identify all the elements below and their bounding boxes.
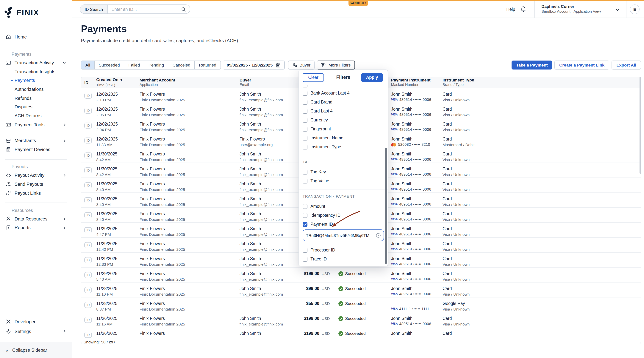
sidebar-item-authorizations[interactable]: Authorizations <box>0 85 72 94</box>
more-filters-button[interactable]: More Filters <box>317 61 355 70</box>
sidebar-item-disputes[interactable]: Disputes <box>0 103 72 111</box>
sidebar-item-refunds[interactable]: Refunds <box>0 94 72 103</box>
checkbox[interactable] <box>302 144 308 149</box>
checkbox[interactable] <box>302 213 308 218</box>
row-id-badge[interactable]: ID <box>84 317 92 323</box>
checkbox[interactable] <box>302 135 308 140</box>
filter-checkbox-payment-id[interactable]: Payment ID <box>299 220 388 229</box>
help-link[interactable]: Help <box>506 7 515 12</box>
buyer-filter-button[interactable]: Buyer <box>288 61 314 70</box>
filter-checkbox-item[interactable]: Processor ID <box>299 246 388 255</box>
sidebar-item-payments[interactable]: Payments <box>0 76 72 85</box>
apply-filters-button[interactable]: Apply <box>361 73 383 82</box>
take-a-payment-button[interactable]: Take a Payment <box>512 61 552 70</box>
panel-scrollbar-thumb[interactable] <box>385 148 387 264</box>
sidebar-item-merchants[interactable]: Merchants <box>0 136 72 145</box>
row-id-badge[interactable]: ID <box>84 93 92 99</box>
column-header-payment-instrument[interactable]: Payment Instrument Masked Number <box>389 78 440 87</box>
column-header-instrument-type[interactable]: Instrument Type Brand / Type <box>440 78 641 87</box>
table-row[interactable]: ID 11/29/2025 5:40 AM Finix Flowers Fini… <box>81 268 641 282</box>
row-id-badge[interactable]: ID <box>84 227 92 233</box>
id-search-type-selector[interactable]: ID Search <box>80 5 108 14</box>
table-row[interactable]: ID 11/28/2025 11:10 PM Finix Flowers Fin… <box>81 282 641 297</box>
create-payment-link-button[interactable]: Create a Payment Link <box>554 61 609 70</box>
table-row[interactable]: ID 11/28/2025 8:37 PM Finix Flowers Fini… <box>81 297 641 312</box>
filter-checkbox-item[interactable]: Currency <box>299 115 388 124</box>
checkbox[interactable] <box>302 126 308 131</box>
checkbox[interactable] <box>302 248 308 252</box>
row-id-badge[interactable]: ID <box>84 197 92 203</box>
payment-id-input[interactable]: TRn3NQ4MmL8Tnv5KY6MBq6TM <box>302 230 384 241</box>
sidebar-item-payment-devices[interactable]: Payment Devices <box>0 145 72 154</box>
row-id-badge[interactable]: ID <box>84 152 92 158</box>
finix-logo[interactable]: FINIX <box>4 6 72 20</box>
id-search-input[interactable]: Enter an ID... <box>108 7 181 12</box>
collapse-sidebar-button[interactable]: « Collapse Sidebar <box>0 342 72 358</box>
row-id-badge[interactable]: ID <box>84 257 92 263</box>
filter-checkbox-item[interactable]: Fingerprint <box>299 124 388 133</box>
filter-checkbox-item[interactable]: Tag Key <box>299 167 388 176</box>
checkbox[interactable] <box>302 178 308 183</box>
row-id-badge[interactable]: ID <box>84 242 92 248</box>
state-filter-tab[interactable]: Succeeded <box>94 61 124 69</box>
sidebar-item-data-resources[interactable]: Data Resources <box>0 215 72 223</box>
filter-checkbox-item[interactable]: Tag Value <box>299 176 388 185</box>
row-type: Card <box>442 271 641 276</box>
column-header-buyer[interactable]: Buyer Email <box>240 78 305 87</box>
column-header-created-on[interactable]: Created On▼ Time (PST) <box>96 77 140 87</box>
state-filter-tab[interactable]: Pending <box>144 61 168 69</box>
filter-checkbox-item[interactable]: Bank Account Last 4 <box>299 89 388 98</box>
state-filter-tab[interactable]: Canceled <box>168 61 195 69</box>
sidebar-item-payout-activity[interactable]: Payout Activity <box>0 171 72 180</box>
filter-checkbox-item[interactable]: Instrument Type <box>299 142 388 151</box>
table-scrollbar[interactable] <box>640 77 642 174</box>
sidebar-item-settings[interactable]: Settings <box>0 327 72 335</box>
checkbox[interactable] <box>302 100 308 104</box>
notifications-bell-icon[interactable] <box>520 6 526 12</box>
sidebar-item-ach-returns[interactable]: ACH Returns <box>0 111 72 120</box>
checkbox[interactable] <box>302 257 308 261</box>
state-filter-tab[interactable]: Failed <box>124 61 144 69</box>
table-row[interactable]: ID 11/26/2025 11:16 AM Finix Flowers Fin… <box>81 312 641 327</box>
row-id-badge[interactable]: ID <box>84 212 92 218</box>
payment-id-checkbox[interactable] <box>302 222 308 227</box>
state-filter-tab[interactable]: All <box>81 61 94 69</box>
sidebar-item-developer[interactable]: Developer <box>0 317 72 326</box>
column-header-id[interactable]: ID <box>81 80 96 85</box>
checkbox[interactable] <box>302 109 308 113</box>
row-id-badge[interactable]: ID <box>84 332 92 338</box>
sidebar-item-payment-tools[interactable]: $ Payment Tools <box>0 120 72 129</box>
filter-checkbox-item[interactable]: Card Brand <box>299 98 388 106</box>
row-id-badge[interactable]: ID <box>84 123 92 128</box>
sidebar-item-transaction-insights[interactable]: Transaction Insights <box>0 67 72 76</box>
sidebar-item-reports[interactable]: Reports <box>0 223 72 232</box>
clear-filters-button[interactable]: Clear <box>302 73 324 82</box>
checkbox[interactable] <box>302 117 308 122</box>
sidebar-item-send-payouts[interactable]: $ Send Payouts <box>0 180 72 189</box>
filter-checkbox-item[interactable]: Amount <box>299 202 388 211</box>
row-id-badge[interactable]: ID <box>84 167 92 173</box>
sidebar-item-transaction-activity[interactable]: Transaction Activity <box>0 58 72 67</box>
sidebar-item-home[interactable]: Home <box>0 33 72 41</box>
column-header-merchant-account[interactable]: Merchant Account Application <box>140 78 240 87</box>
state-filter-tab[interactable]: Returned <box>195 61 220 69</box>
row-id-badge[interactable]: ID <box>84 182 92 188</box>
checkbox[interactable] <box>302 91 308 95</box>
account-switcher[interactable]: Daphne's Corner Sandbox Account · Applic… <box>542 4 601 14</box>
clear-input-icon[interactable] <box>376 233 381 238</box>
avatar[interactable]: E <box>630 5 640 14</box>
filter-checkbox-item[interactable]: Idempotency ID <box>299 211 388 220</box>
row-id-badge[interactable]: ID <box>84 287 92 293</box>
filter-checkbox-item[interactable]: Card Last 4 <box>299 106 388 115</box>
filter-checkbox-item[interactable]: Instrument Name <box>299 133 388 142</box>
sidebar-item-payout-links[interactable]: Payout Links <box>0 189 72 198</box>
row-id-badge[interactable]: ID <box>84 302 92 308</box>
row-id-badge[interactable]: ID <box>84 272 92 278</box>
export-all-button[interactable]: Export All <box>612 61 641 70</box>
checkbox[interactable] <box>302 169 308 174</box>
row-id-badge[interactable]: ID <box>84 108 92 114</box>
checkbox[interactable] <box>302 204 308 209</box>
filter-checkbox-item[interactable]: Trace ID <box>299 255 388 263</box>
date-range-button[interactable]: 09/02/2025 - 12/02/2025 <box>222 61 284 70</box>
row-id-badge[interactable]: ID <box>84 137 92 143</box>
